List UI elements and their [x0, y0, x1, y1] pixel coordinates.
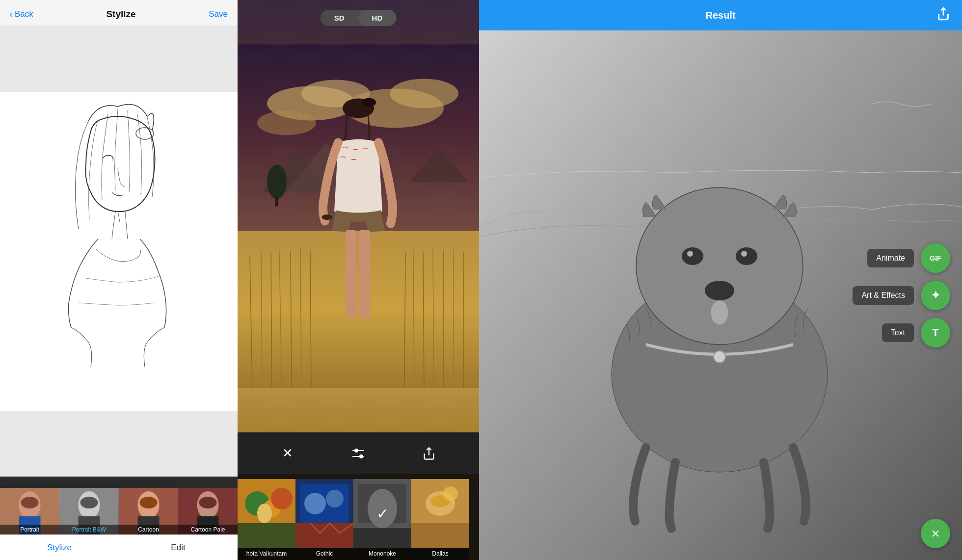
svg-rect-0: [0, 92, 238, 411]
svg-point-82: [705, 281, 734, 300]
svg-point-52: [359, 454, 363, 458]
result-title: Result: [705, 10, 735, 21]
filter-label-cartoon: Cartoon: [119, 525, 178, 534]
tab-stylize[interactable]: Stylize: [0, 535, 119, 560]
gallery-item-dallas[interactable]: Dallas: [411, 474, 469, 560]
stylize-header: ‹ Back Stylize Save: [0, 0, 238, 26]
svg-rect-46: [346, 230, 356, 319]
gallery-item-gothic[interactable]: Gothic: [295, 474, 353, 560]
gallery-thumb-dallas: [411, 479, 469, 548]
tab-stylize-label: Stylize: [47, 543, 72, 553]
filter-label-portrait-bw: Portrait B&W: [59, 525, 119, 534]
editor-artwork: [238, 0, 479, 432]
back-button[interactable]: ‹ Back: [10, 9, 33, 20]
svg-point-79: [736, 247, 757, 265]
text-button[interactable]: T: [921, 318, 950, 347]
svg-point-16: [199, 497, 217, 508]
gallery-item-vaikuntam[interactable]: hota Vaikuntam: [238, 474, 295, 560]
stylize-panel: ‹ Back Stylize Save: [0, 0, 238, 560]
svg-point-80: [687, 251, 693, 257]
filter-item-cartoon[interactable]: Cartoon: [119, 477, 178, 534]
animate-button[interactable]: GIF: [921, 243, 950, 273]
text-action-row: Text T: [882, 318, 950, 347]
gallery-thumb-mononoke: ✓: [353, 479, 411, 548]
svg-point-50: [354, 449, 358, 453]
close-button[interactable]: ×: [921, 519, 950, 548]
svg-point-8: [80, 497, 98, 508]
filter-strip: Portrait Portrait B&W: [0, 477, 238, 534]
svg-point-83: [711, 300, 728, 325]
svg-point-48: [322, 215, 332, 220]
bottom-tabs: Stylize Edit: [0, 534, 238, 560]
animate-label: Animate: [867, 249, 914, 267]
svg-point-12: [140, 497, 158, 508]
svg-rect-28: [275, 197, 278, 207]
svg-rect-72: [411, 523, 469, 548]
tab-edit[interactable]: Edit: [119, 535, 238, 560]
adjust-action-icon[interactable]: [346, 441, 371, 466]
sketch-svg: [0, 92, 238, 411]
close-icon: ×: [931, 525, 940, 542]
gallery-item-mononoke[interactable]: ✓ Mononoke: [353, 474, 411, 560]
gallery-label-mononoke: Mononoke: [353, 548, 411, 560]
gallery-thumb-vaikuntam: [238, 479, 295, 548]
svg-point-81: [741, 251, 747, 257]
art-effects-button[interactable]: ✦: [921, 281, 950, 310]
svg-rect-68: [353, 528, 411, 548]
save-button[interactable]: Save: [209, 9, 228, 19]
text-label: Text: [882, 323, 914, 342]
text-icon: T: [932, 326, 938, 339]
result-panel: Result: [479, 0, 962, 560]
filter-item-portrait[interactable]: Portrait: [0, 477, 59, 534]
filter-label-cartoon-pale: Cartoon Pale: [178, 525, 238, 534]
svg-point-4: [21, 497, 39, 508]
svg-rect-58: [238, 523, 295, 548]
svg-point-57: [271, 488, 293, 509]
svg-point-59: [257, 504, 272, 523]
tab-edit-label: Edit: [171, 543, 185, 553]
editor-panel: SD HD: [238, 0, 479, 560]
svg-point-73: [443, 486, 458, 501]
gif-icon: GIF: [930, 254, 941, 262]
sparkle-icon: ✦: [931, 289, 940, 302]
svg-rect-64: [295, 523, 353, 548]
action-buttons: Animate GIF Art & Effects ✦ Text T: [853, 243, 950, 347]
svg-point-78: [682, 247, 703, 265]
sketch-image: [0, 92, 238, 411]
quality-toggle: SD HD: [321, 10, 397, 26]
art-effects-action-row: Art & Effects ✦: [853, 281, 950, 310]
share-action-icon[interactable]: [416, 441, 442, 466]
svg-rect-29: [238, 231, 479, 388]
svg-point-63: [326, 490, 344, 507]
filter-label-portrait: Portrait: [0, 525, 59, 534]
filter-gallery: hota Vaikuntam Gothic: [238, 474, 479, 560]
svg-point-23: [257, 111, 316, 135]
back-chevron-icon: ‹: [10, 9, 13, 20]
back-label: Back: [15, 9, 33, 19]
action-bar: ✕: [238, 432, 479, 474]
art-effects-label: Art & Effects: [853, 286, 914, 305]
result-header: Result: [479, 0, 962, 30]
gallery-label-gothic: Gothic: [295, 548, 353, 560]
svg-point-62: [304, 493, 326, 514]
svg-point-84: [714, 351, 725, 363]
gallery-label-vaikuntam: hota Vaikuntam: [238, 548, 295, 560]
close-action-icon[interactable]: ✕: [275, 441, 300, 466]
svg-point-22: [390, 79, 458, 108]
quality-sd-button[interactable]: SD: [321, 10, 358, 26]
share-icon[interactable]: [936, 7, 950, 24]
svg-point-45: [362, 98, 376, 107]
result-image-area: Animate GIF Art & Effects ✦ Text T ×: [479, 30, 962, 560]
editor-image-area: [238, 0, 479, 432]
filter-item-portrait-bw[interactable]: Portrait B&W: [59, 477, 119, 534]
stylize-title: Stylize: [106, 9, 135, 20]
animate-action-row: Animate GIF: [867, 243, 950, 273]
gallery-selected-checkmark: ✓: [376, 505, 389, 522]
filter-item-cartoon-pale[interactable]: Cartoon Pale: [178, 477, 238, 534]
quality-hd-button[interactable]: HD: [358, 10, 397, 26]
gallery-thumb-gothic: [295, 479, 353, 548]
svg-rect-47: [359, 230, 370, 319]
svg-point-27: [267, 165, 287, 199]
stylize-image-area: [0, 26, 238, 477]
gallery-label-dallas: Dallas: [411, 548, 469, 560]
